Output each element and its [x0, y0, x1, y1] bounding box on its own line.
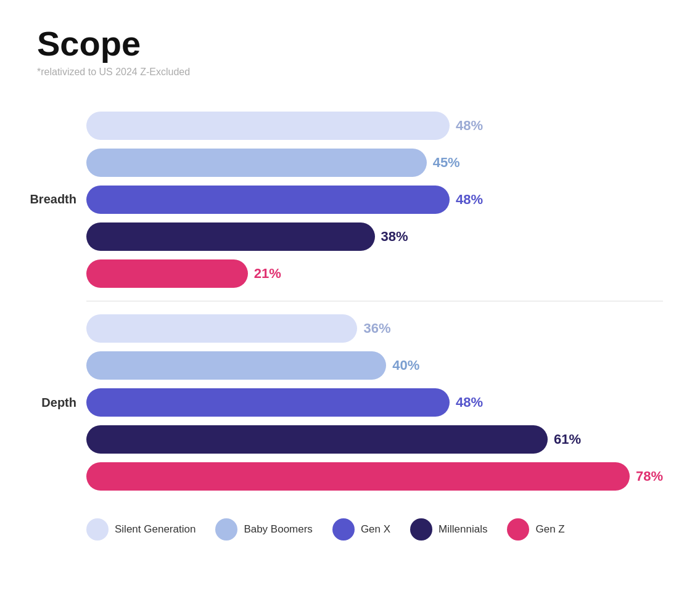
- breadth-label-cell: Breadth: [37, 102, 86, 297]
- table-row: 38%: [86, 221, 663, 253]
- bar-fill-genx-depth: [86, 388, 450, 417]
- depth-bars: 36% 40% 48% 61%: [86, 305, 663, 500]
- table-row: 48%: [86, 386, 663, 418]
- legend-item-boomers: Baby Boomers: [215, 518, 313, 541]
- bar-track-genx-breadth: 48%: [86, 186, 663, 214]
- legend-label-boomers: Baby Boomers: [244, 523, 313, 536]
- bar-fill-silent-depth: [86, 314, 357, 343]
- bar-track-genz-breadth: 21%: [86, 259, 663, 288]
- bar-label-millennials-breadth: 38%: [381, 229, 408, 245]
- bar-track-genz-depth: 78%: [86, 462, 663, 491]
- legend-item-millennials: Millennials: [410, 518, 487, 541]
- table-row: 78%: [86, 460, 663, 492]
- bar-label-boomers-depth: 40%: [392, 357, 419, 373]
- legend-swatch-silent: [86, 518, 109, 541]
- bar-track-boomers-breadth: 45%: [86, 149, 663, 177]
- table-row: 45%: [86, 147, 663, 179]
- table-row: 36%: [86, 312, 663, 345]
- table-row: 40%: [86, 349, 663, 382]
- bar-fill-millennials-breadth: [86, 222, 375, 251]
- bar-label-genx-breadth: 48%: [456, 192, 483, 208]
- depth-label-cell: Depth: [37, 305, 86, 500]
- bar-label-boomers-breadth: 45%: [433, 155, 460, 171]
- bar-fill-genz-depth: [86, 462, 630, 491]
- legend-item-silent: Silent Generation: [86, 518, 196, 541]
- legend-label-genx: Gen X: [361, 523, 390, 536]
- page-title: Scope: [37, 25, 663, 63]
- section-divider: [37, 297, 663, 306]
- depth-section: Depth 36% 40% 48%: [37, 305, 663, 500]
- bar-label-silent-depth: 36%: [363, 320, 390, 337]
- legend-swatch-boomers: [215, 518, 237, 541]
- bar-label-millennials-depth: 61%: [554, 431, 581, 447]
- legend-swatch-genx: [332, 518, 355, 541]
- bar-track-millennials-breadth: 38%: [86, 222, 663, 251]
- breadth-section: Breadth 48% 45% 48%: [37, 102, 663, 297]
- depth-axis-label: Depth: [41, 396, 76, 410]
- legend-label-millennials: Millennials: [439, 523, 487, 536]
- legend-label-genz: Gen Z: [535, 523, 564, 536]
- bar-label-genz-depth: 78%: [636, 468, 663, 484]
- bar-fill-genx-breadth: [86, 186, 450, 214]
- legend-item-genz: Gen Z: [507, 518, 564, 541]
- bar-label-silent-breadth: 48%: [456, 118, 483, 134]
- bar-track-boomers-depth: 40%: [86, 351, 663, 380]
- bar-fill-boomers-depth: [86, 351, 386, 380]
- bar-fill-silent-breadth: [86, 112, 450, 140]
- bar-label-genz-breadth: 21%: [254, 266, 281, 282]
- chart-area: Breadth 48% 45% 48%: [37, 102, 663, 500]
- divider-line: [86, 301, 663, 302]
- bar-fill-boomers-breadth: [86, 149, 427, 177]
- bar-fill-millennials-depth: [86, 425, 548, 454]
- bar-track-silent-breadth: 48%: [86, 112, 663, 140]
- legend-swatch-genz: [507, 518, 529, 541]
- bar-track-silent-depth: 36%: [86, 314, 663, 343]
- bar-fill-genz-breadth: [86, 259, 248, 288]
- legend-label-silent: Silent Generation: [115, 523, 196, 536]
- table-row: 48%: [86, 110, 663, 142]
- bar-track-millennials-depth: 61%: [86, 425, 663, 454]
- table-row: 48%: [86, 184, 663, 216]
- breadth-bars: 48% 45% 48% 38%: [86, 102, 663, 297]
- page-subtitle: *relativized to US 2024 Z-Excluded: [37, 67, 663, 78]
- bar-track-genx-depth: 48%: [86, 388, 663, 417]
- bar-label-genx-depth: 48%: [456, 394, 483, 410]
- legend-item-genx: Gen X: [332, 518, 390, 541]
- breadth-axis-label: Breadth: [30, 192, 76, 206]
- divider-spacer: [37, 297, 86, 306]
- chart-legend: Silent Generation Baby Boomers Gen X Mil…: [37, 518, 663, 541]
- table-row: 21%: [86, 258, 663, 290]
- legend-swatch-millennials: [410, 518, 432, 541]
- table-row: 61%: [86, 423, 663, 455]
